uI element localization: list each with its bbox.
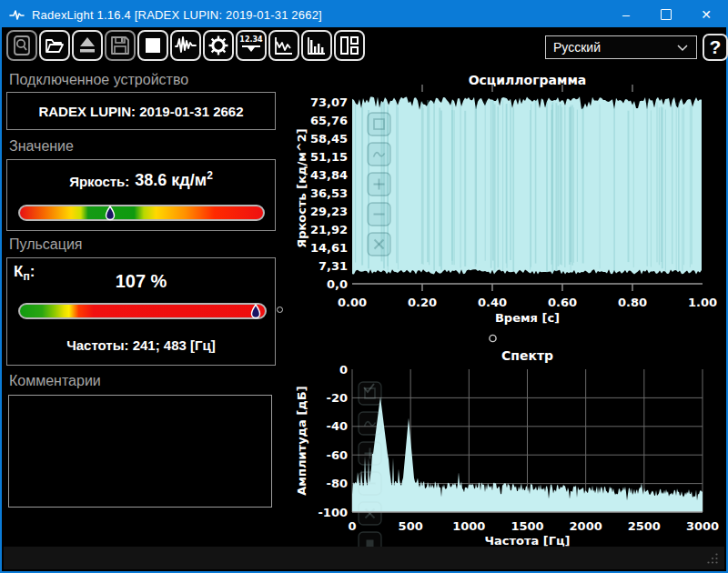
magnifier-document-icon [11,35,33,56]
svg-text:-80: -80 [327,477,349,490]
toolbar: 12.34 [6,30,365,61]
pulsation-box: Кп: 107 % Частоты: 241; 483 [Гц] [6,257,276,366]
pulsation-handle-dot[interactable] [277,307,283,313]
panels-layout-icon [339,35,360,56]
svg-text:65,76: 65,76 [310,114,348,127]
svg-text:Частота [Гц]: Частота [Гц] [484,534,570,548]
open-folder-icon [44,35,66,56]
value-section-label: Значение [9,138,74,155]
svg-text:0: 0 [339,363,348,377]
window-title: RadexLight 1.16.4 [RADEX LUPIN: 2019-01-… [32,8,322,22]
title-bar[interactable]: RadexLight 1.16.4 [RADEX LUPIN: 2019-01-… [2,2,726,27]
pulsation-marker-icon[interactable] [250,304,261,319]
minimize-button[interactable]: – [606,2,646,27]
bar-chart-icon [306,35,328,56]
digital-readout-text: 12.34 [239,35,263,44]
svg-text:43,84: 43,84 [310,168,348,182]
line-chart-icon [273,35,295,56]
floppy-disk-icon [109,35,131,56]
svg-text:58,45: 58,45 [310,132,348,146]
svg-text:500: 500 [399,519,423,533]
svg-text:0.00: 0.00 [338,296,367,309]
svg-text:0.20: 0.20 [408,296,437,309]
svg-text:36,53: 36,53 [310,186,348,200]
numeric-display-view-button[interactable]: 12.34 [236,30,267,61]
brightness-value: 38.6 кд/м2 [135,169,213,190]
open-file-button[interactable] [39,30,70,61]
svg-text:73,07: 73,07 [310,96,348,109]
svg-text:21,92: 21,92 [310,223,348,236]
language-select[interactable]: Русский [545,35,697,59]
brightness-scale-bar [18,205,265,221]
svg-text:3000: 3000 [686,519,719,533]
brightness-readout: Яркость: 38.6 кд/м2 [7,169,275,190]
minimize-icon: – [622,7,630,22]
svg-text:0,0: 0,0 [327,277,348,291]
layout-view-button[interactable] [334,30,365,61]
svg-text:2000: 2000 [570,519,602,533]
pulsation-scale-bar [18,303,267,319]
status-bar [4,547,724,569]
spectrum-view-button[interactable] [301,30,332,61]
record-signal-button[interactable] [170,30,201,61]
svg-text:0.40: 0.40 [478,296,507,309]
svg-text:Яркость [кд/м^2]: Яркость [кд/м^2] [295,128,308,248]
svg-text:Время [с]: Время [с] [495,311,560,325]
brightness-label: Яркость: [69,174,129,190]
gear-icon [207,35,229,56]
help-label: ? [710,36,722,58]
svg-text:2500: 2500 [628,519,661,533]
svg-text:-20: -20 [327,391,349,405]
close-button[interactable]: ✕ [686,2,726,27]
svg-text:1.00: 1.00 [688,296,717,309]
svg-text:-60: -60 [327,448,349,462]
maximize-button[interactable] [646,2,686,27]
close-icon: ✕ [701,7,712,22]
help-button[interactable]: ? [703,34,728,61]
brightness-marker-icon[interactable] [105,206,116,221]
svg-text:51,15: 51,15 [310,150,348,164]
svg-text:0.80: 0.80 [618,296,647,309]
comments-input[interactable] [8,395,272,508]
resize-grip-icon[interactable] [706,552,719,565]
eject-icon [76,35,98,56]
svg-text:-40: -40 [327,419,349,433]
svg-text:7,31: 7,31 [318,259,348,273]
oscillogram-chart[interactable]: Осциллограмма73,0765,7658,4551,1543,8436… [295,73,725,346]
settings-button[interactable] [203,30,234,61]
chevron-down-icon [676,43,689,52]
save-file-button[interactable] [105,30,136,61]
stop-measurement-button[interactable] [137,30,168,61]
svg-text:1500: 1500 [511,519,543,533]
svg-text:0: 0 [348,519,356,533]
oscillogram-view-button[interactable] [268,30,299,61]
stop-square-icon [142,35,164,56]
svg-text:Спектр: Спектр [501,348,553,363]
svg-text:29,23: 29,23 [310,205,348,218]
device-name: RADEX LUPIN: 2019-01-31 2662 [7,93,275,129]
pulsation-frequencies: Частоты: 241; 483 [Гц] [7,337,275,353]
value-box: Яркость: 38.6 кд/м2 [6,159,276,231]
pulsation-section-label: Пульсация [9,236,82,253]
svg-text:Амплитуда [дБ]: Амплитуда [дБ] [295,386,308,495]
device-box: RADEX LUPIN: 2019-01-31 2662 [6,92,276,130]
language-value: Русский [553,40,601,55]
svg-text:1000: 1000 [452,519,485,533]
comments-section-label: Комментарии [9,373,101,389]
waveform-icon [174,35,197,56]
digital-readout-icon: 12.34 [239,34,263,57]
device-section-label: Подключенное устройство [9,72,188,88]
svg-text:-100: -100 [318,506,348,519]
svg-text:Осциллограмма: Осциллограмма [469,73,587,87]
pulsation-value: 107 % [7,271,275,292]
svg-text:14,61: 14,61 [310,241,348,255]
spectrum-chart[interactable]: Спектр0-20-40-60-80-10005001000150020002… [295,347,725,548]
svg-text:0.60: 0.60 [548,296,577,309]
find-device-button[interactable] [6,30,37,61]
eject-device-button[interactable] [72,30,103,61]
maximize-icon [661,9,672,20]
app-logo-icon [9,8,25,22]
app-window: RadexLight 1.16.4 [RADEX LUPIN: 2019-01-… [0,0,728,573]
